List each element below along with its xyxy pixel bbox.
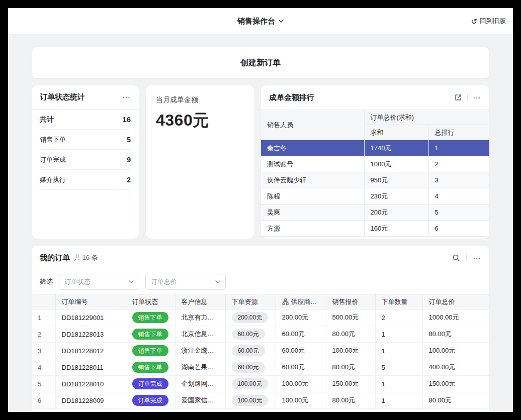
status-row[interactable]: 销售下单 5 [40, 130, 131, 150]
cell-customer: 浙江金鹰卡... [175, 343, 225, 359]
back-to-old-version-button[interactable]: ↺ 回到旧版 [471, 8, 506, 34]
order-row[interactable]: 2 DD181228013 销售下单 北京信息大... 60.00元 60.00… [32, 326, 489, 343]
ranking-col-rank[interactable]: 总排行 [428, 125, 489, 140]
order-row[interactable]: 1 DD181229001 销售下单 北京有力量... 200.00元 200.… [32, 309, 489, 326]
col-supplier-label: 供应商... [291, 297, 316, 306]
back-to-old-version-label: 回到旧版 [480, 17, 506, 26]
ranking-row[interactable]: 秦吉冬 1740元 1 [261, 140, 489, 156]
order-total-filter-placeholder: 订单总价 [151, 277, 177, 286]
cell-index: 4 [32, 359, 55, 376]
col-total[interactable]: 订单总价 [422, 294, 476, 309]
more-icon[interactable]: ⋯ [473, 253, 481, 263]
col-customer[interactable]: 客户信息 [175, 294, 225, 309]
page-title: 销售操作台 [237, 17, 275, 26]
cell-qty: 5 [375, 359, 422, 376]
app-window: 销售操作台 ↺ 回到旧版 创建新订单 订单状态统计 ⋯ 共计 [8, 8, 513, 412]
ranking-rank: 4 [428, 188, 489, 204]
search-icon[interactable] [452, 254, 460, 262]
status-badge: 订单完成 [132, 395, 168, 406]
order-row[interactable]: 4 DD181228011 销售下单 湖南芒果娱... 60.00元 60.00… [32, 359, 489, 376]
col-status[interactable]: 订单状态 [126, 294, 175, 309]
ranking-table: 销售人员 订单总价(求和) 求和 总排行 秦吉冬 1740元 1 [261, 110, 489, 237]
cell-supplier: 100.00元 [276, 376, 326, 392]
order-status-stats-card: 订单状态统计 ⋯ 共计 16 销售下单 5 订单完成 9 [32, 85, 139, 239]
ranking-amount: 160元 [364, 221, 428, 237]
divider [467, 94, 468, 101]
col-extra [476, 294, 489, 309]
ranking-amount: 950元 [364, 172, 428, 188]
cell-resource: 60.00元 [225, 326, 276, 343]
cell-total: 150.00元 [422, 376, 476, 392]
cell-status: 订单完成 [126, 376, 175, 392]
resource-badge: 100.00元 [232, 378, 269, 389]
col-supplier[interactable]: 供应商... [276, 294, 326, 309]
status-label: 销售下单 [40, 135, 66, 144]
col-qty[interactable]: 下单数量 [375, 294, 422, 309]
col-order-no[interactable]: 订单编号 [55, 294, 126, 309]
my-orders-count: 共 16 条 [74, 253, 98, 262]
cell-quote: 80.00元 [326, 392, 375, 409]
chevron-down-icon [129, 280, 134, 283]
cell-status: 销售下单 [126, 309, 175, 326]
ranking-row[interactable]: 方源 160元 6 [261, 221, 489, 237]
filter-label: 筛选 [40, 277, 53, 286]
monthly-amount-label: 当月成单金额 [156, 95, 244, 104]
cell-customer: 湖南芒果娱... [175, 359, 225, 376]
cell-supplier: 200.00元 [276, 309, 326, 326]
ranking-name: 陈程 [261, 188, 364, 204]
col-quote[interactable]: 销售报价 [326, 294, 375, 309]
cell-supplier: 60.00元 [276, 359, 326, 376]
cell-customer: 爱国家信息... [175, 392, 225, 409]
status-row[interactable]: 订单完成 9 [40, 150, 131, 170]
cell-resource: 60.00元 [225, 359, 276, 376]
ranking-amount: 230元 [364, 188, 428, 204]
cell-status: 销售下单 [126, 359, 175, 376]
ranking-card-header: 成单金额排行 ⋯ [261, 85, 489, 110]
ranking-col-group[interactable]: 订单总价(求和) [364, 110, 489, 125]
cell-extra [476, 392, 489, 409]
create-new-order-button[interactable]: 创建新订单 [32, 47, 489, 78]
col-index [32, 294, 55, 309]
cell-qty: 2 [375, 309, 422, 326]
order-total-filter-select[interactable]: 订单总价 [145, 274, 226, 290]
history-icon: ↺ [471, 18, 477, 25]
more-icon[interactable]: ⋯ [473, 93, 481, 102]
col-resource[interactable]: 下单资源 [225, 294, 276, 309]
ranking-row[interactable]: 吴爽 200元 5 [261, 204, 489, 221]
app-switcher[interactable]: 销售操作台 [237, 17, 284, 26]
ranking-row[interactable]: 陈程 230元 4 [261, 188, 489, 204]
order-row[interactable]: 6 DD181228009 订单完成 爱国家信息... 100.00元 100.… [32, 392, 489, 409]
more-icon[interactable]: ⋯ [122, 92, 131, 102]
create-new-order-label: 创建新订单 [240, 58, 281, 68]
ranking-row[interactable]: 伙伴云魏少轩 950元 3 [261, 172, 489, 188]
status-row-total[interactable]: 共计 16 [40, 110, 131, 130]
my-orders-header: 我的订单 共 16 条 ⋯ [32, 246, 489, 270]
ranking-name: 测试账号 [261, 156, 364, 172]
monthly-amount-card: 当月成单金额 4360元 [146, 85, 254, 239]
cell-extra [476, 359, 489, 376]
status-value: 16 [122, 115, 131, 124]
cell-qty: 1 [375, 376, 422, 392]
ranking-amount: 1740元 [364, 140, 428, 156]
cell-index: 1 [32, 309, 55, 326]
cell-total: 400.00元 [422, 359, 476, 376]
cell-index: 3 [32, 343, 55, 359]
cell-quote: 80.00元 [326, 359, 375, 376]
order-row[interactable]: 5 DD181228010 订单完成 企划路网络... 100.00元 100.… [32, 376, 489, 392]
cell-qty: 1 [375, 326, 422, 343]
order-status-filter-select[interactable]: 订单状态 [59, 274, 139, 290]
export-icon[interactable] [454, 93, 462, 101]
status-row[interactable]: 媒介执行 2 [40, 170, 131, 190]
status-label: 共计 [40, 115, 54, 124]
order-row[interactable]: 3 DD181228012 销售下单 浙江金鹰卡... 60.00元 60.00… [32, 343, 489, 359]
cell-qty: 1 [375, 392, 422, 409]
ranking-row[interactable]: 测试账号 1000元 2 [261, 156, 489, 172]
cell-status: 订单完成 [126, 392, 175, 409]
cell-status: 销售下单 [126, 326, 175, 343]
ranking-col-sum[interactable]: 求和 [364, 125, 428, 140]
resource-badge: 200.00元 [232, 312, 269, 323]
cell-customer: 北京有力量... [175, 309, 225, 326]
ranking-col-person[interactable]: 销售人员 [261, 110, 364, 140]
ranking-rank: 6 [428, 221, 489, 237]
resource-badge: 60.00元 [232, 345, 265, 356]
